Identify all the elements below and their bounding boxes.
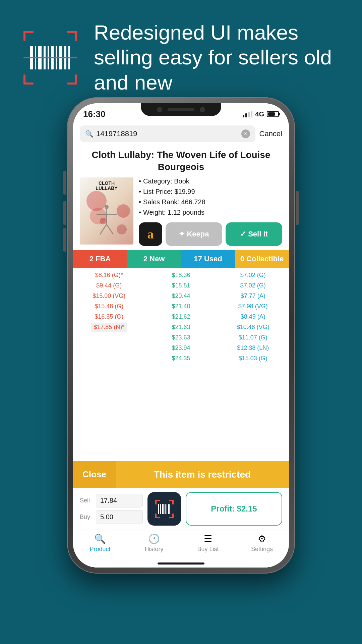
product-tab-label: Product: [89, 546, 110, 553]
barcode-scanner-icon: [20, 28, 80, 88]
used-price-4: $7.98 (VG): [238, 302, 268, 311]
used-price-8: $12.38 (LN): [237, 343, 269, 353]
status-time: 16:30: [83, 109, 106, 119]
new-price-8: $23.94: [172, 343, 190, 353]
search-container: 🔍 1419718819 × Cancel: [73, 122, 289, 146]
scanner-button[interactable]: [147, 492, 181, 526]
svg-rect-27: [172, 500, 174, 504]
price-list: $8.16 (G)* $9.44 (G) $15.00 (VG) $15.48 …: [73, 268, 289, 461]
tab-settings[interactable]: ⚙ Settings: [235, 533, 289, 553]
sensor: [200, 107, 205, 112]
svg-line-22: [107, 224, 113, 234]
info-weight: • Weight: 1.12 pounds: [139, 209, 282, 216]
search-cancel-button[interactable]: Cancel: [259, 129, 282, 138]
settings-tab-icon: ⚙: [258, 533, 266, 544]
network-type: 4G: [255, 110, 264, 118]
restricted-close-button[interactable]: Close: [73, 461, 116, 488]
used-price-5: $8.49 (A): [241, 312, 265, 321]
restricted-banner: Close This item is restricted: [73, 461, 289, 488]
fba-price-1: $8.16 (G)*: [95, 271, 123, 280]
new-price-4: $21.40: [172, 302, 190, 311]
used-price-7: $11.07 (G): [239, 333, 267, 342]
history-tab-icon: 🕐: [148, 533, 160, 544]
svg-rect-35: [165, 504, 166, 514]
amazon-button[interactable]: a: [139, 222, 162, 246]
svg-rect-32: [158, 504, 159, 514]
product-info: • Category: Book • List Price: $19.99 • …: [139, 177, 282, 246]
svg-rect-34: [162, 504, 164, 514]
clear-icon: ×: [244, 131, 247, 137]
buylist-tab-label: Buy List: [197, 546, 219, 553]
new-price-2: $18.81: [172, 281, 190, 290]
tab-buy-list[interactable]: ☰ Buy List: [181, 533, 235, 553]
new-price-9: $24.35: [172, 354, 190, 363]
new-price-3: $20.44: [172, 291, 190, 301]
info-sales-rank: • Sales Rank: 466.728: [139, 198, 282, 206]
tab-product[interactable]: 🔍 Product: [73, 533, 127, 553]
header-title: Redesigned UI makes selling easy for sel…: [94, 20, 342, 95]
sell-input[interactable]: [96, 494, 143, 507]
action-buttons: a ✦ Keepa ✓ Sell It: [139, 222, 282, 246]
fba-price-4: $15.48 (G): [95, 302, 123, 311]
new-price-5: $21.62: [172, 312, 190, 321]
battery-icon: [267, 111, 279, 117]
search-clear-button[interactable]: ×: [241, 129, 250, 138]
restricted-message: This item is restricted: [116, 469, 289, 480]
used-price-2: $7.02 (G): [240, 281, 266, 290]
svg-rect-1: [23, 31, 25, 41]
sell-it-label: Sell It: [248, 230, 268, 238]
tab-history[interactable]: 🕐 History: [127, 533, 181, 553]
buylist-tab-icon: ☰: [204, 533, 212, 544]
profit-button[interactable]: Profit: $2.15: [186, 492, 282, 526]
sell-row: Sell: [80, 494, 143, 507]
used-price-9: $15.03 (G): [239, 354, 267, 363]
keepa-icon: ✦: [179, 230, 185, 238]
fba-price-6-highlight: $17.85 (N)*: [91, 323, 127, 332]
fba-price-2: $9.44 (G): [96, 281, 122, 290]
search-bar[interactable]: 🔍 1419718819 ×: [80, 125, 255, 142]
sell-it-button[interactable]: ✓ Sell It: [226, 222, 282, 246]
keepa-button[interactable]: ✦ Keepa: [166, 222, 222, 246]
barcode-scan-icon: [154, 498, 175, 520]
speaker: [168, 108, 194, 111]
keepa-label: Keepa: [187, 230, 209, 238]
new-price-7: $23.63: [172, 333, 190, 342]
buy-input[interactable]: [96, 510, 143, 524]
product-title: Cloth Lullaby: The Woven Life of Louise …: [73, 146, 289, 177]
header-section: Redesigned UI makes selling easy for sel…: [0, 20, 362, 95]
new-prices: $18.36 $18.81 $20.44 $21.40 $21.62 $21.6…: [145, 271, 217, 459]
product-details-row: CLOTHLULLABY • Category: Book • List Pri…: [73, 177, 289, 250]
screen-content: 🔍 1419718819 × Cancel Cloth Lullaby: The…: [73, 122, 289, 568]
sell-label: Sell: [80, 497, 93, 504]
fba-price-3: $15.00 (VG): [93, 291, 125, 301]
signal-bars: [243, 111, 252, 117]
signal-bar-4: [251, 111, 252, 117]
svg-line-21: [100, 224, 107, 234]
used-price-6: $10.48 (VG): [237, 323, 269, 332]
pricing-tabs: 2 FBA 2 New 17 Used 0 Collectible: [73, 250, 289, 268]
phone-shell: 16:30 4G: [67, 97, 295, 574]
tab-bar: 🔍 Product 🕐 History ☰ Buy List ⚙ Setting…: [73, 530, 289, 559]
info-list-price: • List Price: $19.99: [139, 188, 282, 196]
used-price-3: $7.77 (A): [241, 291, 265, 301]
svg-rect-31: [172, 514, 174, 518]
svg-rect-7: [75, 74, 77, 85]
front-camera: [157, 107, 162, 112]
fba-prices: $8.16 (G)* $9.44 (G) $15.00 (VG) $15.48 …: [73, 271, 145, 459]
svg-rect-37: [168, 504, 170, 514]
search-icon: 🔍: [85, 130, 94, 138]
signal-bar-1: [243, 115, 244, 117]
tab-fba[interactable]: 2 FBA: [73, 250, 127, 268]
settings-tab-label: Settings: [251, 546, 273, 553]
tab-used[interactable]: 17 Used: [181, 250, 235, 268]
home-indicator: [73, 559, 289, 568]
svg-rect-36: [167, 504, 167, 514]
battery-fill: [268, 112, 275, 116]
tab-new[interactable]: 2 New: [127, 250, 181, 268]
buy-row: Buy: [80, 510, 143, 524]
signal-bar-3: [248, 112, 250, 117]
home-bar: [158, 562, 204, 565]
new-price-6: $21.63: [172, 323, 190, 332]
svg-rect-5: [23, 74, 25, 85]
tab-collectible[interactable]: 0 Collectible: [235, 250, 289, 268]
